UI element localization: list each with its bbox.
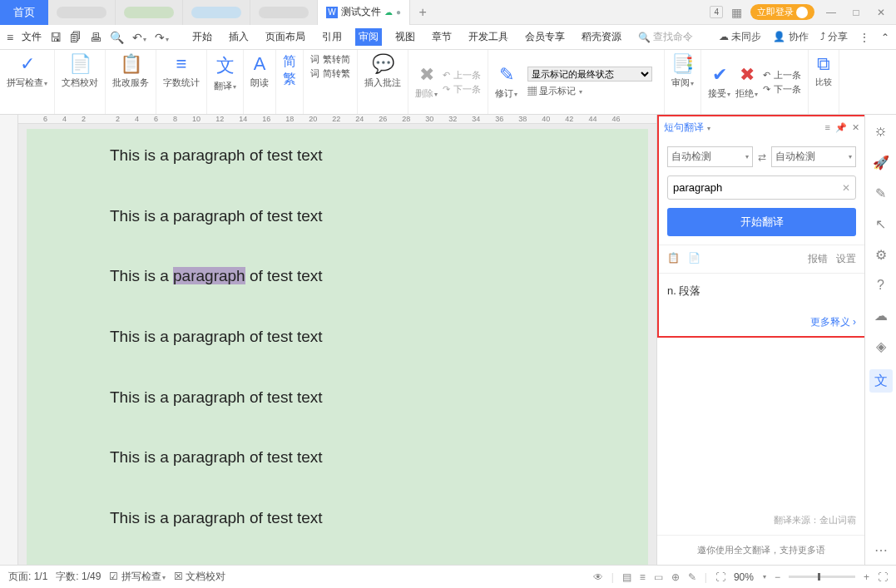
doc-check-button[interactable]: 📄文档校对 (62, 53, 98, 89)
maximize-button[interactable]: □ (848, 7, 864, 18)
tab-layout[interactable]: 页面布局 (262, 28, 309, 46)
share-button[interactable]: ⤴ 分享 (820, 30, 848, 44)
undo-icon[interactable]: ↶▾ (132, 31, 146, 44)
hidden-tab-3[interactable] (183, 0, 250, 25)
settings-link[interactable]: 设置 (836, 252, 856, 266)
tab-member[interactable]: 会员专享 (522, 28, 568, 46)
close-button[interactable]: ✕ (873, 7, 889, 18)
tab-reference[interactable]: 引用 (319, 28, 345, 46)
eye-icon[interactable]: 👁 (593, 571, 603, 583)
command-search[interactable]: 🔍 查找命令 (638, 30, 693, 44)
redo-icon[interactable]: ↷▾ (155, 31, 169, 44)
zoom-in-icon[interactable]: + (864, 571, 869, 583)
tab-chapter[interactable]: 章节 (428, 28, 455, 46)
tab-insert[interactable]: 插入 (225, 28, 252, 46)
cloud-tool-icon[interactable]: ☁ (874, 308, 888, 324)
minimize-button[interactable]: — (823, 7, 839, 18)
preview-icon[interactable]: 🔍 (110, 31, 124, 44)
next-comment-button[interactable]: ↷ 下一条 (443, 83, 481, 96)
panel-menu-icon[interactable]: ≡ (825, 122, 830, 132)
fit-icon[interactable]: ⛶ (715, 571, 725, 583)
status-doc-check[interactable]: ☒ 文档校对 (174, 570, 225, 584)
target-lang-select[interactable]: 自动检测▾ (771, 146, 857, 167)
file-menu[interactable]: 文件 (22, 30, 42, 44)
prev-comment-button[interactable]: ↶ 上一条 (443, 69, 481, 82)
more-icon[interactable]: ⋮ (859, 32, 869, 43)
edit-mode-icon[interactable]: ✎ (688, 571, 696, 583)
collab-button[interactable]: 👤 协作 (773, 30, 808, 44)
view-web-icon[interactable]: ⊕ (671, 571, 680, 583)
sync-status[interactable]: ☁ 未同步 (719, 30, 761, 44)
pencil-icon[interactable]: ✎ (875, 185, 886, 201)
hidden-tab-1[interactable] (48, 0, 116, 25)
tab-review[interactable]: 审阅 (355, 28, 382, 46)
save-as-icon[interactable]: 🗐 (70, 31, 82, 44)
active-document-tab[interactable]: W 测试文件 ☁ ● (318, 0, 410, 25)
panel-pin-icon[interactable]: 📌 (835, 122, 847, 133)
wordcount-button[interactable]: ≡字数统计 (163, 53, 200, 89)
sliders-icon[interactable]: ⚙ (875, 247, 887, 263)
panel-close-icon[interactable]: ✕ (852, 122, 859, 133)
markup-view-select[interactable]: 显示标记的最终状态 (527, 67, 652, 82)
shape-icon[interactable]: ◈ (876, 338, 886, 354)
fullscreen-icon[interactable]: ⛶ (878, 571, 888, 583)
prev-change-button[interactable]: ↶ 上一条 (763, 69, 801, 82)
zoom-slider[interactable] (789, 576, 855, 578)
copy-result-icon[interactable]: 📄 (688, 252, 700, 266)
translate-sidebar-icon[interactable]: 文 (869, 369, 893, 393)
apps-icon[interactable]: ▦ (731, 6, 742, 19)
trad-to-simp-button[interactable]: 词 繁转简 (310, 53, 350, 66)
accept-button[interactable]: ✔接受▾ (708, 64, 730, 100)
reject-button[interactable]: ✖拒绝▾ (735, 64, 758, 100)
view-read-icon[interactable]: ▭ (654, 571, 663, 583)
status-spell-check[interactable]: ☑ 拼写检查▾ (109, 570, 165, 584)
insert-comment-button[interactable]: 💬插入批注 (364, 53, 401, 89)
notification-badge[interactable]: 4 (710, 6, 723, 18)
help-icon[interactable]: ? (877, 278, 884, 293)
simp-to-trad-button[interactable]: 词 简转繁 (310, 67, 350, 80)
translate-button[interactable]: 文翻译▾ (214, 53, 236, 92)
translation-invite-banner[interactable]: 邀你使用全文翻译，支持更多语 (657, 535, 864, 565)
more-definitions-link[interactable]: 更多释义 › (659, 309, 864, 336)
view-outline-icon[interactable]: ≡ (640, 571, 646, 583)
translation-input[interactable] (673, 181, 842, 194)
print-icon[interactable]: 🖶 (90, 31, 101, 44)
compare-button[interactable]: ⧉比较 (815, 53, 832, 88)
next-change-button[interactable]: ↷ 下一条 (763, 83, 801, 96)
tab-dev[interactable]: 开发工具 (465, 28, 512, 46)
collapse-ribbon-icon[interactable]: ⌃ (881, 32, 889, 43)
zoom-out-icon[interactable]: − (775, 571, 780, 583)
word-count[interactable]: 字数: 1/49 (56, 570, 101, 584)
delete-comment-button[interactable]: ✖删除▾ (415, 64, 438, 100)
page-count[interactable]: 页面: 1/1 (8, 570, 47, 584)
read-button[interactable]: A朗读 (250, 53, 269, 89)
selected-text[interactable]: paragraph (173, 267, 245, 284)
tab-start[interactable]: 开始 (189, 28, 215, 46)
login-button[interactable]: 立即登录 (750, 4, 814, 20)
gear-icon[interactable]: ⛭ (874, 125, 888, 140)
tab-view[interactable]: 视图 (392, 28, 418, 46)
view-page-icon[interactable]: ▤ (622, 571, 631, 583)
copy-source-icon[interactable]: 📋 (667, 252, 680, 266)
swap-lang-icon[interactable]: ⇄ (758, 151, 766, 163)
document-page[interactable]: 📄 This is a paragraph of test text This … (27, 129, 648, 565)
more-tools-icon[interactable]: ⋯ (874, 542, 888, 558)
cursor-icon[interactable]: ↖ (875, 216, 886, 232)
save-icon[interactable]: 🖫 (50, 31, 62, 44)
show-markup-button[interactable]: ▦ 显示标记 ▾ (527, 85, 652, 97)
report-link[interactable]: 报错 (808, 252, 828, 266)
track-changes-button[interactable]: ✎修订▾ (495, 64, 517, 100)
approve-button[interactable]: 📋批改服务 (112, 53, 149, 89)
home-tab[interactable]: 首页 (0, 0, 48, 25)
tab-resource[interactable]: 稻壳资源 (578, 28, 625, 46)
source-lang-select[interactable]: 自动检测▾ (667, 146, 753, 167)
clear-input-icon[interactable]: ✕ (842, 182, 850, 194)
hidden-tab-2[interactable] (116, 0, 183, 25)
spell-check-button[interactable]: ✓拼写检查▾ (7, 53, 47, 89)
hamburger-icon[interactable]: ≡ (7, 31, 13, 44)
zoom-level[interactable]: 90% (734, 571, 754, 583)
hidden-tab-4[interactable] (250, 0, 318, 25)
translate-action-button[interactable]: 开始翻译 (667, 208, 856, 236)
rocket-icon[interactable]: 🚀 (873, 155, 889, 170)
new-tab-button[interactable]: + (410, 5, 435, 20)
